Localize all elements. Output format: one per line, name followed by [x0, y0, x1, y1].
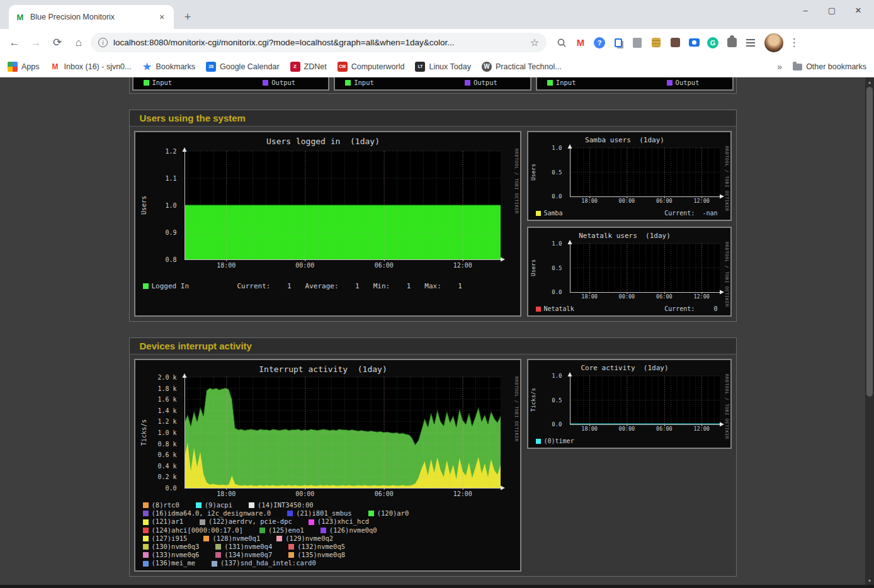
x-tick-label: 12:00: [693, 426, 710, 432]
cutoff-network-graph-1[interactable]: Input Output: [132, 77, 330, 91]
bookmark-linux-today[interactable]: LT Linux Today: [415, 62, 471, 72]
magnifier-glyph: [557, 38, 567, 48]
legend-label: Logged In: [152, 282, 190, 290]
x-tick-label: 06:00: [375, 490, 394, 497]
plot-svg: [565, 239, 725, 297]
tab-monitorix[interactable]: M Blue Precision Monitorix ✕: [9, 5, 174, 29]
chart-title: Netatalk users (1day): [528, 232, 722, 240]
chrome-menu-icon[interactable]: ⋮: [786, 33, 802, 52]
bookmark-star-icon[interactable]: ☆: [530, 37, 539, 48]
legend-label: (126)nvme0q0: [329, 526, 377, 534]
legend-swatch: [143, 528, 149, 533]
interrupt-activity-graph[interactable]: Interrupt activity (1day)RRDTOOL / TOBI …: [134, 359, 521, 572]
chart-legend: NetatalkCurrent: 0: [536, 305, 725, 313]
archive-extension-icon[interactable]: [667, 35, 683, 50]
legend-label: (137)snd_hda_intel:card0: [220, 559, 316, 567]
bookmarks-overflow-chevron[interactable]: »: [777, 62, 782, 72]
samba-users-graph[interactable]: Samba users (1day)RRDTOOL / TOBI OETIKER…: [527, 131, 732, 221]
core-activity-graph[interactable]: Core activity (1day)RRDTOOL / TOBI OETIK…: [527, 359, 732, 449]
document-extension-icon[interactable]: [630, 35, 645, 50]
close-window-button[interactable]: ✕: [845, 1, 871, 19]
users-logged-in-graph[interactable]: Users logged in (1day)RRDTOOL / TOBI OET…: [134, 131, 521, 317]
y-tick-label: 1.0: [165, 202, 176, 209]
bookmark-label: ZDNet: [304, 62, 327, 71]
legend-label: (120)ar0: [377, 509, 409, 517]
puzzle-glyph: [727, 38, 737, 47]
y-tick-label: 0.5: [552, 397, 562, 404]
minimize-button[interactable]: –: [792, 1, 819, 19]
netatalk-users-graph[interactable]: Netatalk users (1day)RRDTOOL / TOBI OETI…: [527, 227, 732, 317]
scrollbar-thumb[interactable]: [866, 87, 873, 397]
legend-item: (135)nvme0q8: [288, 551, 345, 559]
legend-item: (14)INT3450:00: [249, 501, 314, 509]
other-bookmarks[interactable]: Other bookmarks: [793, 62, 866, 71]
legend-swatch: [143, 536, 149, 541]
browser-window: M Blue Precision Monitorix ✕ + – ▢ ✕ ← →…: [0, 0, 874, 588]
cutoff-network-graph-3[interactable]: Input Output: [536, 77, 734, 91]
address-bar[interactable]: i localhost:8080/monitorix-cgi/monitorix…: [91, 33, 547, 52]
y-tick-label: 0.5: [552, 265, 562, 271]
plot-area: [570, 244, 720, 292]
gmail-extension-icon[interactable]: M: [573, 35, 588, 50]
legend-label: (134)nvme0q7: [224, 551, 272, 559]
output-swatch: [263, 80, 268, 86]
new-tab-button[interactable]: +: [179, 8, 196, 26]
forward-button[interactable]: →: [26, 33, 45, 52]
legend-row: NetatalkCurrent: 0: [536, 305, 725, 313]
profile-avatar[interactable]: [764, 33, 783, 52]
camera-extension-icon[interactable]: [686, 35, 701, 50]
scrollbar[interactable]: ▲ ▼: [865, 77, 874, 585]
section-body: Interrupt activity (1day)RRDTOOL / TOBI …: [130, 354, 736, 576]
copy-extension-icon[interactable]: [611, 35, 626, 50]
cutoff-network-graph-2[interactable]: Input Output: [334, 77, 531, 91]
site-info-icon[interactable]: i: [98, 38, 108, 47]
extensions-puzzle-icon[interactable]: [724, 35, 739, 50]
scroll-up-arrow[interactable]: ▲: [865, 78, 874, 86]
y-tick-label: 0.0: [552, 289, 562, 295]
reload-button[interactable]: ⟳: [48, 33, 67, 52]
bookmark-bookmarks[interactable]: ★ Bookmarks: [142, 62, 196, 72]
back-button[interactable]: ←: [5, 33, 24, 52]
home-button[interactable]: ⌂: [69, 33, 88, 52]
legend-item: (126)nvme0q0: [321, 526, 377, 534]
scroll-down-arrow[interactable]: ▼: [865, 577, 874, 584]
legend-stat: Current: 0: [664, 305, 717, 313]
rrdtool-watermark: RRDTOOL / TOBI OETIKER: [724, 146, 729, 212]
legend-swatch: [368, 511, 374, 516]
input-label: Input: [354, 79, 374, 86]
legend-label: (127)i915: [152, 534, 188, 543]
notes-lines-icon[interactable]: [743, 35, 758, 50]
bookmark-zdnet[interactable]: Z ZDNet: [290, 62, 327, 72]
calendar-favicon: 28: [206, 62, 216, 72]
y-tick-label: 0.5: [552, 169, 562, 176]
bookmark-google-calendar[interactable]: 28 Google Calendar: [206, 62, 280, 72]
input-swatch: [345, 80, 351, 86]
tab-strip: M Blue Precision Monitorix ✕ + – ▢ ✕: [0, 0, 874, 29]
page-content: Input Output Input Output Input Output U…: [0, 77, 874, 588]
computerworld-favicon: CW: [338, 62, 348, 72]
help-badge-icon[interactable]: ?: [592, 35, 607, 50]
rrdtool-watermark: RRDTOOL / TOBI OETIKER: [724, 242, 729, 307]
bookmark-inbox[interactable]: M Inbox (16) - sjvn0...: [50, 62, 132, 72]
legend-item: (136)mei_me: [143, 559, 196, 567]
database-extension-icon[interactable]: [649, 35, 664, 50]
tab-close-icon[interactable]: ✕: [156, 11, 167, 23]
legend-label: (130)nvme0q3: [152, 543, 200, 551]
rrdtool-watermark: RRDTOOL / TOBI OETIKER: [514, 149, 519, 214]
grammarly-icon[interactable]: G: [705, 35, 720, 50]
maximize-button[interactable]: ▢: [819, 1, 845, 19]
bookmark-practical-technology[interactable]: W Practical Technol...: [482, 62, 562, 72]
legend-item: (0)timer: [536, 437, 574, 445]
search-icon[interactable]: [554, 35, 569, 50]
url-text[interactable]: localhost:8080/monitorix-cgi/monitorix.c…: [113, 38, 525, 47]
legend-label: (124)ahci[0000:00:17.0]: [152, 526, 243, 534]
bookmark-computerworld[interactable]: CW Computerworld: [338, 62, 405, 72]
legend-item: (121)ar1: [143, 517, 184, 526]
legend-item: (124)ahci[0000:00:17.0]: [143, 526, 243, 534]
bookmark-apps[interactable]: Apps: [8, 62, 40, 72]
bookmark-label: Apps: [21, 62, 40, 71]
y-tick-label: 0.0: [552, 421, 562, 427]
legend-stat: Current: 1: [237, 282, 292, 290]
plot-svg: [180, 372, 506, 493]
x-tick-label: 00:00: [619, 293, 635, 300]
